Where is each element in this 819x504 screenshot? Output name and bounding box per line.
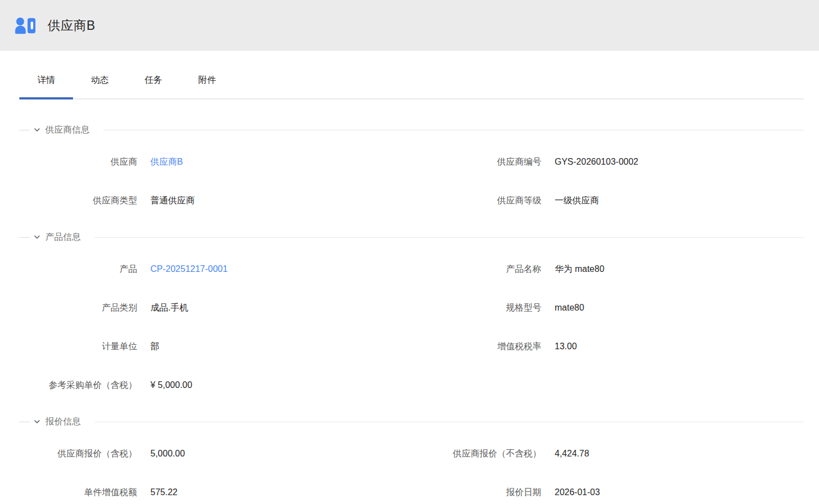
field-label: 参考采购单价（含税） — [19, 379, 137, 391]
tab-details[interactable]: 详情 — [19, 67, 73, 98]
field-value: 13.00 — [555, 340, 577, 353]
field-label: 报价日期 — [409, 486, 541, 498]
field-label: 产品 — [19, 263, 137, 275]
section-title: 供应商信息 — [45, 124, 90, 136]
field-value: 2026-01-03 — [555, 486, 600, 498]
field-empty — [409, 379, 804, 391]
field-vat-rate: 增值税税率 13.00 — [409, 340, 804, 353]
section-divider-line — [95, 422, 804, 422]
field-unit: 计量单位 部 — [19, 340, 409, 353]
field-supplier: 供应商 供应商B — [19, 156, 409, 168]
section-lead-dash — [19, 130, 29, 130]
field-ref-purchase-price: 参考采购单价（含税） ¥ 5,000.00 — [19, 379, 409, 391]
section-lead-dash — [19, 422, 29, 422]
field-quote-date: 报价日期 2026-01-03 — [409, 486, 804, 498]
section-lead-dash — [19, 237, 29, 238]
section-header-product-info[interactable]: 产品信息 — [19, 231, 804, 243]
field-label: 供应商 — [19, 156, 137, 168]
field-label: 供应商报价（含税） — [19, 448, 137, 460]
supplier-link[interactable]: 供应商B — [150, 156, 183, 168]
tab-attachments[interactable]: 附件 — [180, 67, 234, 98]
field-value: 4,424.78 — [555, 448, 589, 460]
field-value: 5,000.00 — [150, 448, 185, 460]
field-label: 增值税税率 — [409, 340, 541, 353]
field-label: 规格型号 — [409, 302, 541, 314]
product-link[interactable]: CP-20251217-0001 — [150, 263, 228, 275]
section-title: 报价信息 — [45, 416, 81, 428]
supplier-contact-icon — [15, 17, 36, 34]
tab-bar: 详情 动态 任务 附件 — [19, 51, 804, 99]
page-title: 供应商B — [48, 17, 95, 34]
field-value: ¥ 5,000.00 — [150, 379, 192, 391]
field-label: 供应商等级 — [409, 195, 541, 207]
field-label: 单件增值税额 — [19, 486, 137, 498]
field-supplier-type: 供应商类型 普通供应商 — [19, 195, 409, 207]
field-product: 产品 CP-20251217-0001 — [19, 263, 409, 275]
chevron-down-icon[interactable] — [33, 126, 41, 134]
field-label: 产品名称 — [409, 263, 541, 275]
field-value: 575.22 — [150, 486, 178, 498]
tab-activity[interactable]: 动态 — [73, 67, 127, 98]
field-value: GYS-20260103-0002 — [555, 156, 638, 168]
field-spec-model: 规格型号 mate80 — [409, 302, 804, 314]
field-quote-incl-tax: 供应商报价（含税） 5,000.00 — [19, 448, 409, 460]
field-quote-excl-tax: 供应商报价（不含税） 4,424.78 — [409, 448, 804, 460]
field-value: 普通供应商 — [150, 195, 195, 207]
section-divider-line — [103, 130, 804, 130]
field-supplier-level: 供应商等级 一级供应商 — [409, 195, 804, 207]
detail-content: 供应商信息 供应商 供应商B 供应商编号 GYS-20260103-0002 供… — [0, 124, 819, 498]
field-label: 供应商类型 — [19, 195, 137, 207]
field-value: 华为 mate80 — [555, 263, 604, 275]
field-label: 产品类别 — [19, 302, 137, 314]
field-product-category: 产品类别 成品.手机 — [19, 302, 409, 314]
chevron-down-icon[interactable] — [33, 418, 41, 426]
field-value: mate80 — [555, 302, 584, 314]
field-value: 成品.手机 — [150, 302, 188, 314]
field-value: 部 — [150, 340, 159, 353]
field-label: 供应商编号 — [409, 156, 541, 168]
field-label: 供应商报价（不含税） — [409, 448, 541, 460]
field-product-name: 产品名称 华为 mate80 — [409, 263, 804, 275]
field-unit-vat-amount: 单件增值税额 575.22 — [19, 486, 409, 498]
chevron-down-icon[interactable] — [33, 233, 41, 241]
field-label: 计量单位 — [19, 340, 137, 353]
field-supplier-code: 供应商编号 GYS-20260103-0002 — [409, 156, 804, 168]
section-header-supplier-info[interactable]: 供应商信息 — [19, 124, 804, 136]
section-header-quote-info[interactable]: 报价信息 — [19, 416, 804, 428]
page-header: 供应商B — [0, 0, 819, 51]
tab-tasks[interactable]: 任务 — [127, 67, 180, 98]
section-title: 产品信息 — [45, 232, 81, 243]
section-divider-line — [95, 237, 804, 238]
field-value: 一级供应商 — [555, 195, 599, 207]
